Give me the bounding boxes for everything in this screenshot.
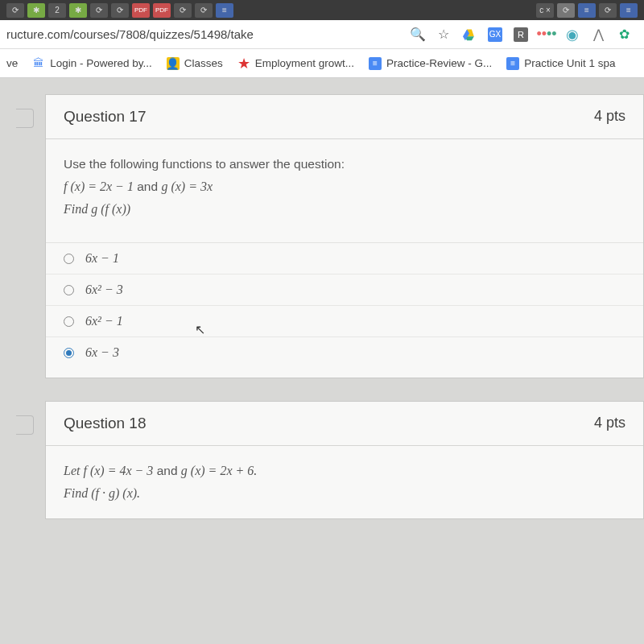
question-body: Use the following functions to answer th…: [46, 139, 643, 234]
tab-icon[interactable]: 2: [48, 3, 66, 18]
option-label: 6x − 1: [85, 251, 119, 266]
tab-pdf-icon[interactable]: PDF: [132, 3, 150, 18]
tab-icon[interactable]: ⟳: [90, 3, 108, 18]
option-b[interactable]: 6x² − 3: [46, 275, 643, 306]
tab-icon[interactable]: ≡: [216, 3, 233, 18]
tab-icon[interactable]: ≡: [620, 3, 638, 18]
tab-icon[interactable]: ✱: [27, 3, 45, 18]
question-title: Question 17: [64, 108, 146, 126]
radio-unchecked-icon[interactable]: [64, 316, 74, 327]
search-zoom-icon[interactable]: 🔍: [411, 27, 425, 42]
ext-puzzle-icon[interactable]: ✿: [617, 27, 631, 42]
question-18-row: Question 18 4 pts Let f (x) = 4x − 3 and…: [16, 401, 644, 519]
question-find: Find (f · g) (x).: [64, 486, 625, 501]
question-find: Find g (f (x)): [64, 202, 625, 217]
question-functions: f (x) = 2x − 1 and g (x) = 3x: [64, 180, 625, 194]
ext-circle-icon[interactable]: ◉: [565, 27, 580, 42]
radio-unchecked-icon[interactable]: [64, 285, 74, 295]
bookmark-login[interactable]: 🏛 Login - Powered by...: [32, 57, 152, 70]
option-a[interactable]: 6x − 1: [46, 243, 643, 275]
bookmarks-bar: ve 🏛 Login - Powered by... 👤 Classes ★ E…: [0, 49, 644, 78]
flag-question-icon[interactable]: [16, 109, 34, 128]
flag-column: [16, 401, 35, 519]
question-body: Let f (x) = 4x − 3 and g (x) = 2x + 6. F…: [46, 446, 643, 518]
ext-lambda-icon[interactable]: ⋀: [591, 27, 605, 42]
tab-icon[interactable]: ⟳: [557, 3, 575, 18]
bookmark-practice-review[interactable]: ≡ Practice-Review - G...: [369, 57, 492, 70]
drive-icon[interactable]: [462, 27, 477, 42]
option-c[interactable]: 6x² − 1: [46, 306, 643, 337]
tab-pdf-icon[interactable]: PDF: [153, 3, 171, 18]
ext-r-icon[interactable]: R: [514, 27, 528, 42]
question-17-card: Question 17 4 pts Use the following func…: [45, 94, 644, 378]
star-icon[interactable]: ☆: [436, 27, 451, 42]
flag-column: [16, 94, 35, 378]
tab-icon[interactable]: ⟳: [174, 3, 192, 18]
ext-icon[interactable]: GX: [488, 27, 502, 42]
bookmark-item[interactable]: ve: [6, 57, 18, 69]
bookmark-classes[interactable]: 👤 Classes: [167, 57, 223, 70]
tab-icon[interactable]: ⟳: [111, 3, 129, 18]
option-label: 6x² − 3: [85, 283, 123, 297]
star-icon: ★: [237, 57, 250, 70]
option-label: 6x² − 1: [85, 314, 123, 328]
bookmark-employment[interactable]: ★ Employment growt...: [237, 57, 354, 70]
question-let: Let f (x) = 4x − 3 and g (x) = 2x + 6.: [64, 464, 625, 478]
radio-checked-icon[interactable]: [64, 348, 74, 358]
tab-icon[interactable]: ⟳: [195, 3, 213, 18]
url-text[interactable]: ructure.com/courses/7808/quizzes/51498/t…: [6, 27, 411, 41]
address-bar: ructure.com/courses/7808/quizzes/51498/t…: [0, 20, 644, 49]
tab-icon[interactable]: ⟳: [599, 3, 617, 18]
quiz-content: Question 17 4 pts Use the following func…: [0, 78, 644, 519]
option-label: 6x − 3: [85, 345, 119, 360]
question-18-card: Question 18 4 pts Let f (x) = 4x − 3 and…: [45, 401, 644, 519]
question-header: Question 17 4 pts: [46, 95, 643, 139]
bookmark-icon: 👤: [167, 57, 180, 70]
option-d[interactable]: 6x − 3: [46, 337, 643, 378]
question-points: 4 pts: [594, 108, 625, 126]
docs-icon: ≡: [506, 57, 519, 70]
docs-icon: ≡: [369, 57, 382, 70]
tab-icon[interactable]: ✱: [69, 3, 87, 18]
tab-icon[interactable]: ≡: [578, 3, 596, 18]
bookmark-practice-unit[interactable]: ≡ Practice Unit 1 spa: [506, 57, 615, 70]
flag-question-icon[interactable]: [16, 415, 34, 435]
question-points: 4 pts: [594, 415, 625, 432]
question-17-row: Question 17 4 pts Use the following func…: [16, 94, 644, 378]
radio-unchecked-icon[interactable]: [64, 254, 74, 264]
bookmark-icon: 🏛: [32, 57, 45, 70]
answer-options: 6x − 1 6x² − 3 6x² − 1 6x − 3: [46, 242, 643, 378]
browser-tabs-strip: ⟳ ✱ 2 ✱ ⟳ ⟳ PDF PDF ⟳ ⟳ ≡ c × ⟳ ≡ ⟳ ≡: [0, 0, 644, 20]
tab-icon[interactable]: ⟳: [6, 3, 24, 18]
tab-icon[interactable]: c ×: [536, 3, 554, 18]
ext-dots-icon[interactable]: ••••: [539, 27, 554, 42]
question-prompt: Use the following functions to answer th…: [64, 157, 625, 171]
question-header: Question 18 4 pts: [46, 402, 643, 446]
question-title: Question 18: [64, 415, 146, 432]
